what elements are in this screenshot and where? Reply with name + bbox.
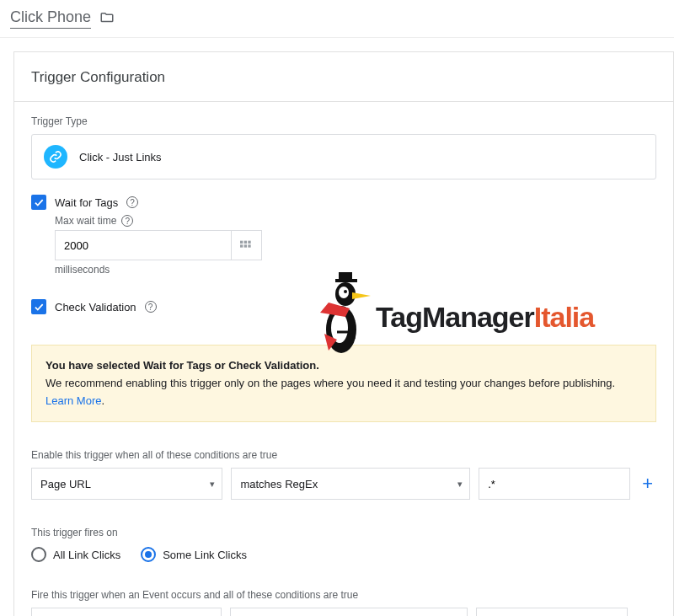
page-title[interactable]: Click Phone	[10, 8, 91, 29]
folder-icon[interactable]	[99, 10, 115, 28]
fires-on-label: This trigger fires on	[31, 527, 656, 538]
enable-var-select[interactable]: Page URL	[31, 468, 222, 500]
fire-when-label: Fire this trigger when an Event occurs a…	[31, 589, 656, 601]
wait-for-tags-label: Wait for Tags	[55, 196, 118, 209]
unit-label: milliseconds	[55, 264, 656, 276]
svg-rect-5	[248, 244, 250, 247]
trigger-type-label: Trigger Type	[31, 115, 656, 127]
variable-picker-button[interactable]	[232, 230, 262, 260]
svg-rect-4	[243, 244, 246, 247]
some-link-clicks-radio[interactable]: Some Link Clicks	[141, 547, 247, 562]
enable-conditions-label: Enable this trigger when all of these co…	[31, 449, 656, 461]
enable-value-input[interactable]	[479, 468, 630, 500]
warning-text: We recommend enabling this trigger only …	[45, 377, 615, 389]
svg-rect-3	[240, 244, 243, 247]
fire-op-select[interactable]: starts with	[230, 608, 468, 616]
help-icon[interactable]: ?	[121, 215, 133, 227]
add-condition-button[interactable]: +	[639, 473, 656, 495]
svg-rect-1	[243, 241, 246, 244]
check-validation-label: Check Validation	[55, 301, 136, 313]
link-icon	[44, 145, 67, 169]
svg-rect-2	[248, 241, 250, 244]
all-link-clicks-radio[interactable]: All Link Clicks	[31, 547, 120, 562]
trigger-type-value: Click - Just Links	[79, 151, 162, 163]
warning-box: You have selected Wait for Tags or Check…	[31, 345, 656, 422]
wait-for-tags-checkbox[interactable]	[31, 195, 46, 210]
trigger-type-selector[interactable]: Click - Just Links	[31, 134, 656, 179]
enable-op-select[interactable]: matches RegEx	[231, 468, 470, 500]
help-icon[interactable]: ?	[126, 196, 138, 208]
section-title: Trigger Configuration	[14, 52, 673, 101]
max-wait-label: Max wait time	[55, 215, 116, 227]
help-icon[interactable]: ?	[145, 301, 157, 313]
max-wait-input[interactable]	[55, 230, 232, 260]
warning-bold: You have selected Wait for Tags or Check…	[45, 357, 642, 375]
fire-value-input[interactable]	[476, 608, 628, 616]
svg-rect-0	[240, 241, 243, 244]
check-validation-checkbox[interactable]	[31, 299, 46, 314]
fire-var-select[interactable]: Click URL	[31, 608, 222, 616]
learn-more-link[interactable]: Learn More	[45, 394, 101, 407]
